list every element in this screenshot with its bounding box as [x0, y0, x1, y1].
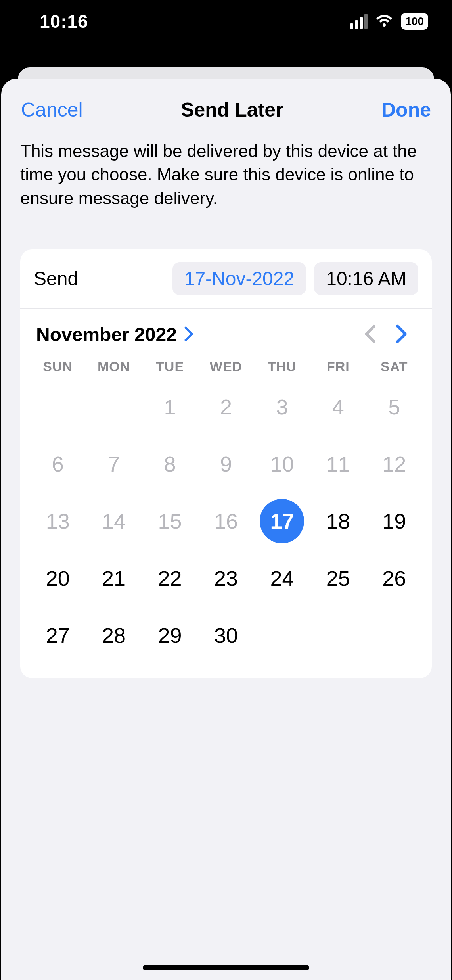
calendar-day[interactable]: 4 — [310, 380, 366, 434]
calendar-day-number: 22 — [148, 556, 192, 600]
calendar-day-number: 5 — [372, 385, 416, 429]
calendar-day[interactable]: 22 — [142, 551, 198, 605]
month-header: November 2022 — [20, 309, 432, 355]
calendar-day[interactable]: 14 — [86, 494, 142, 548]
next-month-button[interactable] — [386, 324, 416, 345]
calendar-day[interactable]: 30 — [198, 608, 254, 662]
calendar-day-number: 24 — [260, 556, 304, 600]
calendar-day[interactable]: 29 — [142, 608, 198, 662]
day-of-week-header: SUN MON TUE WED THU FRI SAT — [20, 355, 432, 378]
calendar-day[interactable]: 27 — [30, 608, 86, 662]
calendar-day-number: 28 — [92, 613, 136, 658]
calendar-day-number: 13 — [36, 499, 80, 543]
calendar-day[interactable]: 23 — [198, 551, 254, 605]
calendar-day-number: 17 — [260, 499, 304, 543]
status-time: 10:16 — [40, 11, 88, 32]
calendar-day-number: 30 — [204, 613, 248, 658]
calendar-day-number: 8 — [148, 442, 192, 486]
calendar-day[interactable]: 5 — [366, 380, 422, 434]
calendar-day[interactable]: 24 — [254, 551, 310, 605]
calendar-day-number: 3 — [260, 385, 304, 429]
calendar-day-number: 20 — [36, 556, 80, 600]
calendar-day[interactable]: 17 — [254, 494, 310, 548]
month-label[interactable]: November 2022 — [36, 324, 177, 345]
send-label: Send — [34, 268, 78, 290]
calendar-day-number: 26 — [372, 556, 416, 600]
dow-tue: TUE — [142, 359, 198, 374]
send-later-sheet: Cancel Send Later Done This message will… — [1, 79, 451, 980]
calendar-day-number: 11 — [316, 442, 360, 486]
date-chip[interactable]: 17-Nov-2022 — [172, 262, 306, 295]
status-bar: 10:16 100 — [0, 0, 452, 43]
calendar-day[interactable]: 11 — [310, 437, 366, 491]
cellular-signal-icon — [350, 14, 368, 29]
calendar-blank — [86, 380, 142, 434]
send-row: Send 17-Nov-2022 10:16 AM — [20, 249, 432, 309]
calendar-day-number: 21 — [92, 556, 136, 600]
status-right: 100 — [350, 13, 428, 30]
calendar-day[interactable]: 2 — [198, 380, 254, 434]
sheet-description: This message will be delivered by this d… — [1, 133, 451, 226]
calendar-day-number: 4 — [316, 385, 360, 429]
sheet-nav: Cancel Send Later Done — [1, 94, 451, 133]
calendar-day[interactable]: 1 — [142, 380, 198, 434]
time-chip[interactable]: 10:16 AM — [314, 262, 418, 295]
calendar-grid: 1234567891011121314151617181920212223242… — [20, 378, 432, 678]
cancel-button[interactable]: Cancel — [21, 98, 83, 121]
calendar-day-number: 7 — [92, 442, 136, 486]
calendar-day-number: 2 — [204, 385, 248, 429]
calendar-day-number: 10 — [260, 442, 304, 486]
calendar-day[interactable]: 16 — [198, 494, 254, 548]
calendar-day[interactable]: 21 — [86, 551, 142, 605]
dow-mon: MON — [86, 359, 142, 374]
calendar-day[interactable]: 15 — [142, 494, 198, 548]
dow-sat: SAT — [366, 359, 422, 374]
calendar-day-number: 16 — [204, 499, 248, 543]
calendar-day[interactable]: 12 — [366, 437, 422, 491]
calendar-day-number: 29 — [148, 613, 192, 658]
calendar-day-number: 14 — [92, 499, 136, 543]
calendar-day-number: 9 — [204, 442, 248, 486]
calendar-day[interactable]: 19 — [366, 494, 422, 548]
calendar-day[interactable]: 6 — [30, 437, 86, 491]
sheet-title: Send Later — [181, 98, 283, 121]
calendar-day[interactable]: 28 — [86, 608, 142, 662]
calendar-day[interactable]: 18 — [310, 494, 366, 548]
battery-indicator: 100 — [401, 13, 428, 30]
dow-wed: WED — [198, 359, 254, 374]
calendar-day[interactable]: 8 — [142, 437, 198, 491]
calendar-day-number: 19 — [372, 499, 416, 543]
calendar-day-number: 18 — [316, 499, 360, 543]
home-indicator[interactable] — [143, 965, 309, 970]
calendar-day[interactable]: 20 — [30, 551, 86, 605]
calendar-day-number: 6 — [36, 442, 80, 486]
calendar-day-number: 1 — [148, 385, 192, 429]
calendar-day-number: 15 — [148, 499, 192, 543]
calendar-day[interactable]: 26 — [366, 551, 422, 605]
calendar-blank — [30, 380, 86, 434]
calendar-day-number: 23 — [204, 556, 248, 600]
calendar-day[interactable]: 9 — [198, 437, 254, 491]
calendar-day[interactable]: 25 — [310, 551, 366, 605]
done-button[interactable]: Done — [381, 98, 431, 121]
calendar-day-number: 12 — [372, 442, 416, 486]
prev-month-button[interactable] — [356, 324, 386, 345]
calendar-day[interactable]: 7 — [86, 437, 142, 491]
calendar-day-number: 25 — [316, 556, 360, 600]
schedule-card: Send 17-Nov-2022 10:16 AM November 2022 … — [20, 249, 432, 678]
calendar-day[interactable]: 10 — [254, 437, 310, 491]
dow-fri: FRI — [310, 359, 366, 374]
wifi-icon — [375, 15, 393, 28]
dow-sun: SUN — [30, 359, 86, 374]
calendar-day[interactable]: 13 — [30, 494, 86, 548]
calendar-day[interactable]: 3 — [254, 380, 310, 434]
month-picker-chevron-icon[interactable] — [182, 326, 194, 343]
calendar-day-number: 27 — [36, 613, 80, 658]
battery-level: 100 — [405, 15, 424, 28]
dow-thu: THU — [254, 359, 310, 374]
